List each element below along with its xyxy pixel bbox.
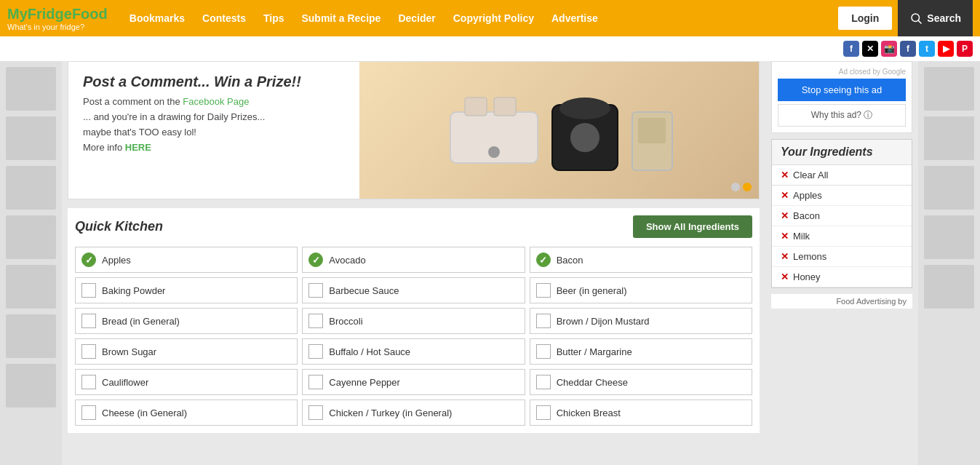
nav-item-tips[interactable]: Tips	[256, 8, 292, 28]
ingredient-item[interactable]: Avocado	[302, 247, 525, 273]
ingredient-checkbox[interactable]	[308, 253, 323, 267]
nav-item-submit-recipe[interactable]: Submit a Recipe	[294, 8, 388, 28]
ingredient-item[interactable]: Brown Sugar	[75, 338, 298, 365]
ingredient-label: Chicken / Turkey (in General)	[329, 408, 452, 418]
ingredient-checkbox[interactable]	[536, 375, 551, 389]
svg-rect-10	[638, 118, 666, 143]
nav-item-decider[interactable]: Decider	[391, 8, 442, 28]
left-sidebar	[0, 61, 62, 465]
sidebar-thumb	[924, 166, 974, 210]
sidebar-thumb	[6, 166, 56, 210]
pinterest-icon[interactable]: P	[957, 41, 973, 57]
ingredient-item[interactable]: Cheese (in General)	[75, 400, 298, 426]
ingredient-checkbox[interactable]	[308, 344, 323, 359]
ingredient-checkbox[interactable]	[308, 314, 323, 328]
twitter-x-icon[interactable]: ✕	[862, 41, 878, 57]
banner-text: Post a Comment... Win a Prize!! Post a c…	[68, 62, 359, 199]
ingredient-item[interactable]: Bacon	[530, 247, 752, 273]
ingredient-label: Baking Powder	[102, 285, 165, 296]
ingredient-checkbox[interactable]	[81, 375, 96, 389]
clear-all-row[interactable]: ✕ Clear All	[772, 165, 912, 186]
instagram-icon[interactable]: 📸	[881, 41, 897, 57]
facebook2-icon[interactable]: f	[900, 41, 916, 57]
ingredient-checkbox[interactable]	[308, 283, 323, 298]
sidebar-thumb	[6, 364, 56, 408]
ingredient-item[interactable]: Cauliflower	[75, 369, 298, 395]
ingredient-checkbox[interactable]	[81, 283, 96, 298]
ingredient-item[interactable]: Baking Powder	[75, 277, 298, 303]
ingredient-item[interactable]: Butter / Margarine	[530, 338, 752, 365]
your-ingredient-item[interactable]: ✕Apples	[772, 186, 912, 206]
your-ingredient-item[interactable]: ✕Lemons	[772, 247, 912, 267]
remove-ingredient-icon[interactable]: ✕	[781, 190, 789, 201]
ad-panel: Ad closed by Google Stop seeing this ad …	[771, 61, 912, 133]
login-button[interactable]: Login	[838, 7, 892, 30]
your-ingredient-label: Apples	[793, 190, 822, 201]
nav-item-contests[interactable]: Contests	[195, 8, 253, 28]
ingredient-label: Bacon	[557, 255, 583, 266]
ingredient-checkbox[interactable]	[81, 405, 96, 420]
social-row: f✕📸ft▶P	[0, 36, 980, 61]
ingredient-item[interactable]: Cheddar Cheese	[530, 369, 752, 395]
ingredient-checkbox[interactable]	[308, 375, 323, 389]
nav-item-copyright[interactable]: Copyright Policy	[446, 8, 541, 28]
ingredient-label: Cauliflower	[102, 377, 148, 388]
ingredient-label: Cheese (in General)	[102, 408, 187, 418]
remove-ingredient-icon[interactable]: ✕	[781, 251, 789, 262]
stop-seeing-ad-button[interactable]: Stop seeing this ad	[778, 79, 906, 101]
banner-dot-2[interactable]	[743, 183, 752, 191]
ingredient-checkbox[interactable]	[536, 253, 551, 267]
kitchen-section: Quick Kitchen Show All Ingredients Apple…	[68, 208, 760, 433]
ingredient-checkbox[interactable]	[536, 405, 551, 420]
ingredient-checkbox[interactable]	[536, 314, 551, 328]
ingredient-item[interactable]: Cayenne Pepper	[302, 369, 525, 395]
search-icon	[909, 12, 923, 25]
your-ingredient-item[interactable]: ✕Bacon	[772, 206, 912, 226]
ingredient-item[interactable]: Broccoli	[302, 308, 525, 334]
header-right: Login Search	[838, 0, 973, 36]
nav-item-bookmarks[interactable]: Bookmarks	[122, 8, 192, 28]
ingredient-item[interactable]: Chicken Breast	[530, 400, 752, 426]
banner-image-area	[359, 62, 759, 199]
your-ingredient-label: Honey	[793, 271, 821, 282]
banner-here-link[interactable]: HERE	[125, 142, 151, 153]
ingredient-label: Chicken Breast	[557, 408, 621, 418]
your-ingredient-label: Milk	[793, 231, 810, 242]
banner-dot-1[interactable]	[731, 183, 740, 191]
twitter-icon[interactable]: t	[919, 41, 935, 57]
ingredient-item[interactable]: Chicken / Turkey (in General)	[302, 400, 525, 426]
your-ingredient-label: Lemons	[793, 251, 826, 262]
svg-rect-3	[465, 98, 487, 116]
banner-fb-link[interactable]: Facebook Page	[183, 96, 249, 107]
ingredient-item[interactable]: Bread (in General)	[75, 308, 298, 334]
ingredient-item[interactable]: Apples	[75, 247, 298, 273]
ingredient-checkbox[interactable]	[536, 344, 551, 359]
sidebar-thumb	[6, 215, 56, 259]
ingredient-item[interactable]: Buffalo / Hot Sauce	[302, 338, 525, 365]
remove-ingredient-icon[interactable]: ✕	[781, 271, 789, 282]
show-all-ingredients-button[interactable]: Show All Ingredients	[633, 215, 752, 238]
your-ingredient-item[interactable]: ✕Honey	[772, 267, 912, 287]
sidebar-thumb	[6, 116, 56, 160]
ingredient-checkbox[interactable]	[308, 405, 323, 420]
ingredient-checkbox[interactable]	[81, 344, 96, 359]
ingredient-item[interactable]: Beer (in general)	[530, 277, 752, 303]
facebook-icon[interactable]: f	[843, 41, 859, 57]
ingredient-checkbox[interactable]	[536, 283, 551, 298]
why-this-ad-button[interactable]: Why this ad? ⓘ	[778, 104, 906, 127]
ingredient-checkbox[interactable]	[81, 253, 96, 267]
ingredient-item[interactable]: Barbecue Sauce	[302, 277, 525, 303]
ingredient-item[interactable]: Brown / Dijon Mustard	[530, 308, 752, 334]
your-ingredients-panel: Your Ingredients ✕ Clear All ✕Apples✕Bac…	[771, 139, 912, 288]
logo-name[interactable]: MyFridgeFood	[7, 6, 108, 23]
remove-ingredient-icon[interactable]: ✕	[781, 231, 789, 242]
right-sidebar	[918, 61, 980, 465]
ingredient-checkbox[interactable]	[81, 314, 96, 328]
youtube-icon[interactable]: ▶	[938, 41, 954, 57]
your-ingredient-item[interactable]: ✕Milk	[772, 226, 912, 247]
kitchen-title: Quick Kitchen	[75, 219, 163, 234]
remove-ingredient-icon[interactable]: ✕	[781, 210, 789, 221]
banner-illustration	[436, 68, 683, 192]
search-button[interactable]: Search	[898, 0, 973, 36]
nav-item-advertise[interactable]: Advertise	[544, 8, 605, 28]
